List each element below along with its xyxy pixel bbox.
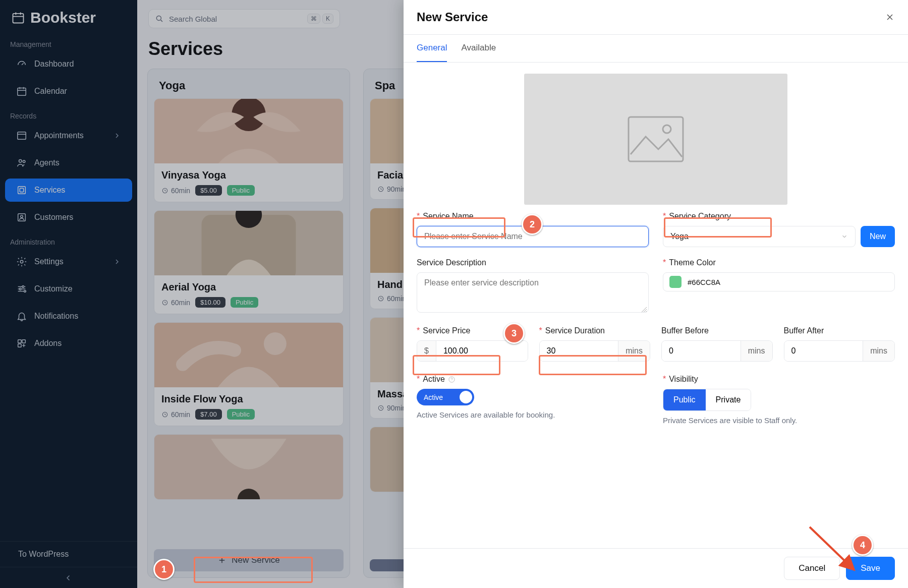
label-visibility: *Visibility — [663, 375, 895, 384]
label-service-duration: *Service Duration — [539, 326, 651, 335]
field-theme-color: *Theme Color #66CC8A — [663, 258, 895, 314]
color-swatch — [669, 276, 682, 288]
drawer-footer: Cancel Save — [404, 548, 908, 588]
label-service-name: *Service Name — [417, 212, 649, 221]
label-active: *Active — [417, 375, 649, 384]
switch-knob — [460, 391, 472, 403]
service-price-input[interactable]: $ — [417, 340, 528, 362]
tab-available[interactable]: Available — [461, 35, 496, 62]
new-category-button[interactable]: New — [861, 226, 895, 247]
chevron-down-icon — [841, 233, 848, 240]
visibility-hint: Private Services are visible to Staff on… — [663, 416, 895, 425]
active-hint: Active Services are available for bookin… — [417, 410, 649, 419]
mins-suffix: mins — [863, 341, 894, 361]
visibility-private-button[interactable]: Private — [706, 389, 751, 410]
visibility-toggle: Public Private — [663, 389, 751, 411]
label-service-price: *Service Price — [417, 326, 528, 335]
field-service-description: Service Description — [417, 258, 649, 314]
drawer-header: New Service — [404, 0, 908, 35]
close-icon[interactable] — [885, 12, 895, 22]
field-buffer-after: Buffer After mins — [784, 326, 895, 362]
mins-suffix: mins — [618, 341, 650, 361]
currency-symbol: $ — [417, 341, 436, 361]
drawer-tabs: General Available — [404, 35, 908, 63]
label-buffer-before: Buffer Before — [661, 326, 773, 335]
field-active: *Active Active Active Services are avail… — [417, 375, 649, 425]
tab-general[interactable]: General — [417, 35, 447, 62]
price-value-input[interactable] — [436, 341, 528, 361]
mins-suffix: mins — [741, 341, 772, 361]
label-service-category: *Service Category — [663, 212, 895, 221]
theme-color-input[interactable]: #66CC8A — [663, 272, 895, 291]
drawer-title: New Service — [417, 10, 488, 24]
duration-value-input[interactable] — [540, 341, 618, 361]
cancel-button[interactable]: Cancel — [784, 557, 840, 580]
image-upload[interactable] — [524, 74, 787, 205]
service-name-input[interactable] — [417, 226, 649, 247]
bottom-row: *Active Active Active Services are avail… — [417, 375, 895, 425]
field-service-name: *Service Name — [417, 212, 649, 247]
service-duration-input[interactable]: mins — [539, 340, 651, 362]
buffer-before-value[interactable] — [662, 341, 741, 361]
form-grid: *Service Name *Service Category Yoga New… — [417, 212, 895, 314]
svg-rect-40 — [629, 117, 683, 161]
theme-color-value: #66CC8A — [688, 278, 720, 286]
label-theme-color: *Theme Color — [663, 258, 895, 267]
service-category-select[interactable]: Yoga — [663, 226, 856, 247]
save-button[interactable]: Save — [846, 557, 895, 580]
field-visibility: *Visibility Public Private Private Servi… — [663, 375, 895, 425]
drawer-body: *Service Name *Service Category Yoga New… — [404, 63, 908, 548]
numeric-row: *Service Price $ *Service Duration mins … — [417, 326, 895, 362]
field-buffer-before: Buffer Before mins — [661, 326, 773, 362]
new-service-drawer: New Service General Available *Service N… — [404, 0, 908, 588]
buffer-before-input[interactable]: mins — [661, 340, 773, 362]
help-icon[interactable] — [448, 376, 456, 383]
label-service-description: Service Description — [417, 258, 649, 267]
field-service-price: *Service Price $ — [417, 326, 528, 362]
resize-grip-icon — [642, 307, 647, 312]
buffer-after-value[interactable] — [784, 341, 863, 361]
field-service-category: *Service Category Yoga New — [663, 212, 895, 247]
label-buffer-after: Buffer After — [784, 326, 895, 335]
service-description-input[interactable] — [417, 272, 649, 313]
svg-point-41 — [663, 125, 671, 133]
buffer-after-input[interactable]: mins — [784, 340, 895, 362]
active-switch[interactable]: Active — [417, 389, 474, 405]
field-service-duration: *Service Duration mins — [539, 326, 651, 362]
visibility-public-button[interactable]: Public — [663, 389, 706, 410]
